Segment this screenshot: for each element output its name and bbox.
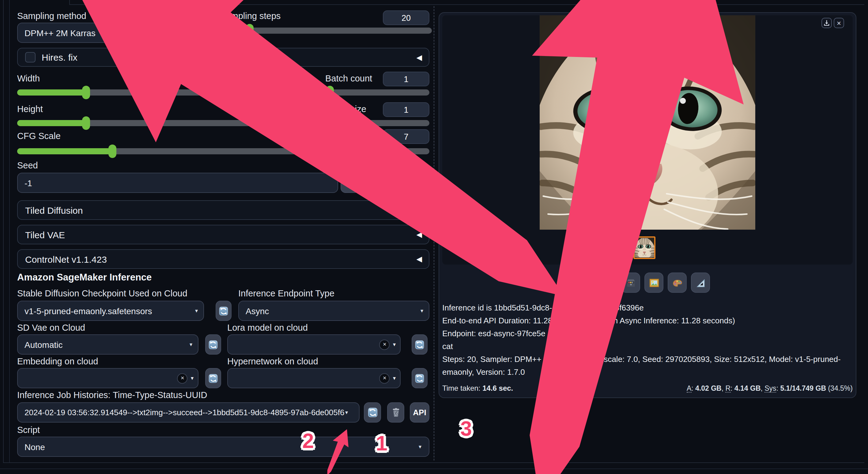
cfg-scale-label: CFG Scale	[17, 131, 61, 141]
left-panel-border	[3, 0, 4, 463]
endpoint-text: Endpoint: esd-async-97fce5e (ml.g4dn.2xl…	[442, 327, 853, 340]
slider-knob[interactable]	[83, 116, 90, 130]
chevron-down-icon: ▾	[345, 409, 348, 415]
checkpoint-value: v1-5-pruned-emaonly.safetensors	[25, 306, 152, 316]
lora-select[interactable]: × ▾	[227, 335, 401, 355]
separator: :	[731, 385, 735, 392]
height-label: Height	[17, 104, 43, 114]
job-histories-value: 2024-02-19 03:56:32.914549-->txt2img-->s…	[25, 408, 344, 417]
refiner-checkbox[interactable]	[232, 52, 243, 62]
api-button[interactable]: API	[410, 402, 429, 422]
refresh-embedding-button[interactable]	[205, 368, 221, 388]
open-folder-button[interactable]	[575, 273, 594, 293]
download-image-button[interactable]	[822, 18, 832, 28]
save-zip-button[interactable]	[621, 273, 640, 293]
tab-content-border-left	[9, 0, 10, 463]
time-taken-value: 14.6 sec.	[483, 384, 513, 392]
random-seed-button[interactable]	[341, 173, 360, 193]
endpoint-type-select[interactable]: Async ▾	[238, 301, 429, 321]
sampling-method-value: DPM++ 2M Karras	[25, 28, 96, 38]
clear-icon[interactable]: ×	[379, 373, 390, 383]
width-input[interactable]: 512	[242, 72, 287, 86]
save-image-button[interactable]	[598, 273, 617, 293]
job-histories-select[interactable]: 2024-02-19 03:56:32.914549-->txt2img-->s…	[17, 402, 360, 422]
height-slider[interactable]	[17, 120, 282, 126]
hires-fix-checkbox[interactable]	[25, 52, 35, 62]
batch-count-input[interactable]: 1	[383, 72, 429, 86]
time-taken: Time taken: 14.6 sec.	[442, 384, 513, 392]
slider-fill	[17, 148, 112, 154]
hypernetwork-select[interactable]: × ▾	[227, 368, 401, 388]
sd-vae-value: Automatic	[25, 340, 63, 349]
refresh-icon	[219, 306, 228, 316]
seed-input[interactable]: -1	[17, 173, 338, 193]
slider-knob[interactable]	[108, 145, 116, 158]
tab-strip-border	[69, 4, 864, 5]
ruler-icon	[695, 277, 706, 288]
refresh-icon	[367, 407, 378, 418]
generated-cat-image[interactable]	[540, 15, 755, 230]
width-label: Width	[17, 73, 40, 83]
swap-dimensions-button[interactable]: ↑↓	[297, 102, 309, 122]
refresh-sd-vae-button[interactable]	[205, 335, 221, 355]
script-select[interactable]: None ▾	[17, 437, 429, 457]
sampling-steps-slider[interactable]	[220, 28, 432, 34]
refresh-lora-button[interactable]	[412, 335, 428, 355]
active-tab-edge	[69, 0, 70, 4]
memory-sys-value: 5.1/14.749 GB	[780, 385, 826, 392]
refiner-accordion[interactable]: Refiner ◀	[224, 48, 429, 67]
delete-job-history-button[interactable]	[387, 402, 404, 422]
bottom-border-2	[0, 469, 868, 469]
gallery-thumbnail-selected[interactable]	[633, 236, 655, 259]
memory-r-value: 4.14 GB	[735, 385, 761, 392]
extra-seed-checkbox[interactable]	[388, 178, 398, 189]
slider-knob[interactable]	[246, 24, 254, 37]
column-separator	[434, 6, 434, 461]
slider-knob[interactable]	[326, 86, 334, 99]
refresh-icon	[415, 373, 425, 383]
send-to-extras-button[interactable]	[691, 273, 710, 293]
memory-stats: A: 4.02 GB, R: 4.14 GB, Sys: 5.1/14.749 …	[687, 385, 853, 392]
send-to-inpaint-button[interactable]	[668, 273, 687, 293]
clear-icon[interactable]: ×	[177, 373, 188, 383]
refresh-checkpoint-button[interactable]	[216, 301, 231, 321]
chevron-down-icon: ▾	[393, 375, 396, 381]
chevron-down-icon: ▾	[207, 29, 210, 35]
clear-icon[interactable]: ×	[379, 339, 390, 350]
accordion-tiled-vae[interactable]: Tiled VAE ◀	[17, 225, 429, 244]
endpoint-type-value: Async	[246, 306, 269, 316]
folder-icon	[579, 277, 590, 288]
slider-knob[interactable]	[326, 116, 334, 130]
accordion-controlnet[interactable]: ControlNet v1.1.423 ◀	[17, 249, 429, 269]
palette-icon	[672, 277, 683, 288]
chevron-down-icon: ▾	[393, 341, 396, 348]
extra-seed-label: Extra	[401, 179, 422, 189]
hypernetwork-label: Hypernetwork on cloud	[227, 356, 318, 366]
cfg-scale-slider[interactable]	[17, 148, 429, 154]
refresh-hypernetwork-button[interactable]	[412, 368, 428, 388]
sd-vae-select[interactable]: Automatic ▾	[17, 335, 198, 355]
cfg-scale-input[interactable]: 7	[383, 129, 429, 144]
slider-knob[interactable]	[83, 86, 90, 99]
embedding-select[interactable]: × ▾	[17, 368, 198, 388]
reuse-seed-button[interactable]: ♻	[363, 173, 383, 193]
sampling-method-select[interactable]: DPM++ 2M Karras ▾	[17, 23, 216, 43]
checkpoint-select[interactable]: v1-5-pruned-emaonly.safetensors ▾	[17, 301, 204, 321]
hires-fix-accordion[interactable]: Hires. fix ◀	[17, 48, 219, 67]
accordion-tiled-diffusion[interactable]: Tiled Diffusion ◀	[17, 200, 429, 220]
batch-size-input[interactable]: 1	[383, 102, 429, 117]
download-icon	[823, 19, 831, 27]
close-preview-button[interactable]: ×	[834, 18, 844, 28]
api-button-label: API	[413, 408, 426, 417]
width-slider[interactable]	[17, 89, 282, 96]
refresh-job-histories-button[interactable]	[364, 402, 381, 422]
batch-count-slider[interactable]	[325, 89, 429, 96]
height-input[interactable]: 512	[242, 102, 287, 117]
send-to-img2img-button[interactable]	[644, 273, 663, 293]
api-duration-text: End-to-end API Duration: 11.28 seconds (…	[442, 314, 853, 327]
memory-a-label: A	[687, 385, 691, 392]
accordion-label: ControlNet v1.1.423	[25, 254, 107, 264]
sampling-steps-input[interactable]: 20	[383, 10, 429, 25]
batch-size-slider[interactable]	[325, 120, 429, 126]
accordion-collapsed-icon: ◀	[416, 255, 422, 263]
